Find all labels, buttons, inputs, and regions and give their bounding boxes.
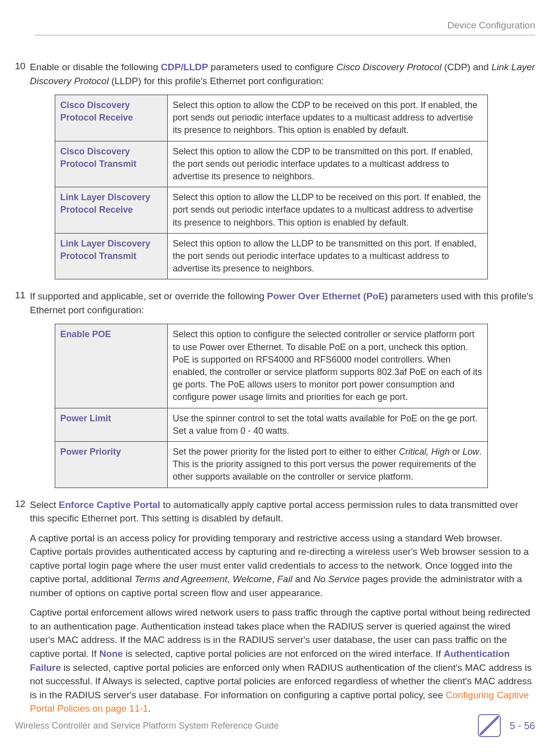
table-row: Cisco Discovery Protocol Receive Select … — [55, 95, 488, 141]
text: is selected, captive portal policies are… — [123, 648, 444, 659]
text: (CDP) and — [442, 62, 491, 72]
param-label: Power Limit — [55, 408, 168, 441]
param-label: Link Layer Discovery Protocol Receive — [55, 187, 168, 234]
text: parameters used to configure — [208, 62, 336, 72]
step-11: 11 If supported and applicable, set or o… — [15, 289, 535, 317]
step-text: If supported and applicable, set or over… — [30, 289, 535, 317]
text: , — [272, 574, 277, 584]
inline-italic: No Service — [314, 574, 360, 584]
table-row: Power Limit Use the spinner control to s… — [55, 408, 488, 441]
inline-italic: Cisco Discovery Protocol — [336, 62, 442, 72]
table-row: Enable POE Select this option to configu… — [55, 324, 488, 408]
table-row: Link Layer Discovery Protocol Transmit S… — [55, 233, 488, 279]
table-row: Power Priority Set the power priority fo… — [55, 441, 488, 488]
param-label: Enable POE — [55, 324, 168, 408]
page-footer: Wireless Controller and Service Platform… — [15, 714, 535, 737]
table-row: Cisco Discovery Protocol Transmit Select… — [55, 141, 488, 187]
text: . — [148, 703, 151, 714]
page-number: 5 - 56 — [510, 720, 535, 732]
paragraph: Select Enforce Captive Portal to automat… — [30, 498, 535, 525]
inline-bold: Enforce Captive Portal — [59, 500, 160, 510]
inline-italic: Critical, High — [399, 447, 449, 457]
param-desc: Select this option to allow the LLDP to … — [168, 187, 488, 234]
section-header: Device Configuration — [35, 20, 535, 35]
paragraph: Captive portal enforcement allows wired … — [30, 606, 535, 715]
step-number: 12 — [15, 498, 30, 509]
param-desc: Select this option to allow the LLDP to … — [168, 233, 488, 279]
footer-title: Wireless Controller and Service Platform… — [15, 721, 478, 731]
text: If supported and applicable, set or over… — [30, 291, 267, 301]
badge-icon — [478, 714, 501, 737]
cdp-lldp-table: Cisco Discovery Protocol Receive Select … — [55, 95, 488, 279]
param-desc: Select this option to allow the CDP to b… — [168, 141, 488, 187]
param-label: Link Layer Discovery Protocol Transmit — [55, 233, 168, 279]
step-number: 11 — [15, 289, 30, 301]
text: or — [449, 447, 462, 457]
param-desc: Set the power priority for the listed po… — [168, 441, 488, 488]
footer-right: 5 - 56 — [478, 714, 535, 737]
inline-bold: Power Over Ethernet (PoE) — [267, 291, 388, 301]
param-label: Cisco Discovery Protocol Receive — [55, 95, 168, 141]
paragraph: A captive portal is an access policy for… — [30, 531, 535, 600]
param-label: Cisco Discovery Protocol Transmit — [55, 141, 168, 187]
text: (LLDP) for this profile's Ethernet port … — [109, 76, 324, 86]
step-number: 10 — [15, 60, 30, 72]
section-title: Device Configuration — [448, 20, 535, 30]
param-desc: Use the spinner control to set the total… — [168, 408, 488, 441]
inline-italic: Fail — [277, 574, 293, 584]
param-label: Power Priority — [55, 441, 168, 488]
step-text: Enable or disable the following CDP/LLDP… — [30, 60, 535, 88]
inline-italic: Terms and Agreement — [134, 574, 227, 584]
inline-bold: None — [99, 648, 123, 659]
inline-italic: Welcome — [232, 574, 272, 584]
poe-table: Enable POE Select this option to configu… — [55, 324, 488, 488]
text: Select — [30, 500, 59, 510]
inline-italic: Low — [462, 447, 479, 457]
text: Enable or disable the following — [30, 62, 161, 72]
text: , — [227, 574, 233, 584]
param-desc: Select this option to allow the CDP to b… — [168, 95, 488, 141]
text: Set the power priority for the listed po… — [173, 447, 399, 457]
step-text: Select Enforce Captive Portal to automat… — [30, 498, 535, 716]
step-12: 12 Select Enforce Captive Portal to auto… — [15, 498, 535, 716]
text: and — [292, 574, 313, 584]
inline-bold: CDP/LLDP — [161, 62, 208, 72]
step-10: 10 Enable or disable the following CDP/L… — [15, 60, 535, 88]
param-desc: Select this option to configure the sele… — [168, 324, 488, 408]
table-row: Link Layer Discovery Protocol Receive Se… — [55, 187, 488, 234]
